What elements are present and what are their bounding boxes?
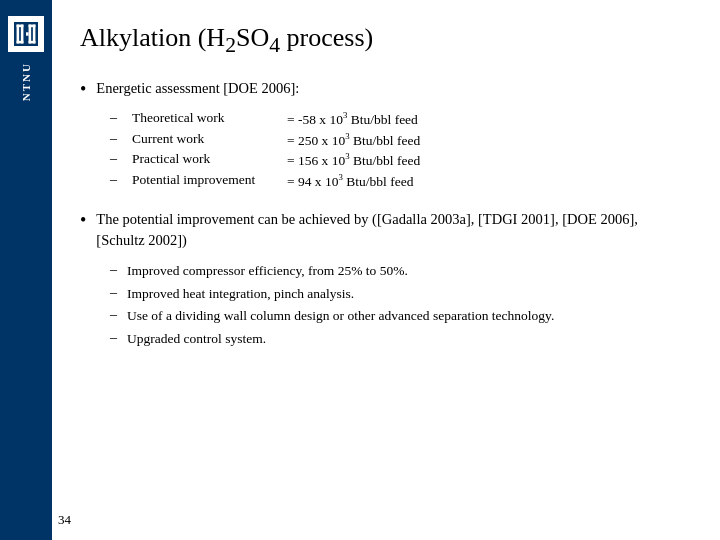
- item-value: = 250 x 103 Btu/bbl feed: [287, 131, 420, 149]
- item-label: Current work: [132, 131, 287, 149]
- main-content: Alkylation (H2SO4 process) • Energetic a…: [52, 0, 720, 540]
- dash-icon: –: [110, 110, 122, 128]
- item-label: Potential improvement: [132, 172, 287, 190]
- list-item: – Use of a dividing wall column design o…: [110, 306, 688, 326]
- improvement-list: – Improved compressor efficiency, from 2…: [110, 261, 688, 348]
- svg-rect-6: [29, 25, 32, 44]
- item-text: Improved heat integration, pinch analysi…: [127, 284, 354, 304]
- sidebar: NTNU: [0, 0, 52, 540]
- energetic-list: – Theoretical work = -58 x 103 Btu/bbl f…: [110, 110, 688, 189]
- list-item: – Practical work = 156 x 103 Btu/bbl fee…: [110, 151, 688, 169]
- ntnu-logo-box: [8, 16, 44, 52]
- svg-rect-7: [33, 25, 36, 44]
- dash-icon: –: [110, 131, 122, 149]
- dash-icon: –: [110, 172, 122, 190]
- svg-rect-2: [17, 25, 20, 44]
- list-item: – Improved compressor efficiency, from 2…: [110, 261, 688, 281]
- page-number: 34: [58, 512, 71, 528]
- list-item: – Current work = 250 x 103 Btu/bbl feed: [110, 131, 688, 149]
- svg-rect-8: [29, 41, 36, 44]
- item-value: = 94 x 103 Btu/bbl feed: [287, 172, 413, 190]
- dash-icon: –: [110, 330, 117, 346]
- list-item: – Theoretical work = -58 x 103 Btu/bbl f…: [110, 110, 688, 128]
- dash-icon: –: [110, 262, 117, 278]
- item-text: Upgraded control system.: [127, 329, 266, 349]
- ntnu-text: NTNU: [20, 62, 32, 101]
- item-text: Use of a dividing wall column design or …: [127, 306, 554, 326]
- item-value: = 156 x 103 Btu/bbl feed: [287, 151, 420, 169]
- section-2: • The potential improvement can be achie…: [80, 209, 688, 354]
- dash-icon: –: [110, 307, 117, 323]
- bullet-dot-1: •: [80, 79, 86, 100]
- list-item: – Potential improvement = 94 x 103 Btu/b…: [110, 172, 688, 190]
- bullet-1-text: Energetic assessment [DOE 2006]:: [96, 78, 299, 99]
- section-1: • Energetic assessment [DOE 2006]: – The…: [80, 78, 688, 195]
- svg-rect-9: [26, 32, 29, 35]
- svg-rect-3: [21, 25, 24, 44]
- list-item: – Upgraded control system.: [110, 329, 688, 349]
- dash-icon: –: [110, 285, 117, 301]
- bullet-dot-2: •: [80, 210, 86, 231]
- subscript-2: 2: [225, 33, 236, 57]
- dash-icon: –: [110, 151, 122, 169]
- slide-title: Alkylation (H2SO4 process): [80, 22, 688, 58]
- ntnu-icon: [14, 22, 38, 46]
- item-label: Practical work: [132, 151, 287, 169]
- subscript-4: 4: [269, 33, 280, 57]
- bullet-1: • Energetic assessment [DOE 2006]:: [80, 78, 688, 100]
- slide: NTNU Alkylation (H2SO4 process) • Energe…: [0, 0, 720, 540]
- item-value: = -58 x 103 Btu/bbl feed: [287, 110, 418, 128]
- item-text: Improved compressor efficiency, from 25%…: [127, 261, 408, 281]
- bullet-2-text: The potential improvement can be achieve…: [96, 209, 688, 251]
- list-item: – Improved heat integration, pinch analy…: [110, 284, 688, 304]
- bullet-2: • The potential improvement can be achie…: [80, 209, 688, 251]
- svg-rect-4: [17, 41, 24, 44]
- item-label: Theoretical work: [132, 110, 287, 128]
